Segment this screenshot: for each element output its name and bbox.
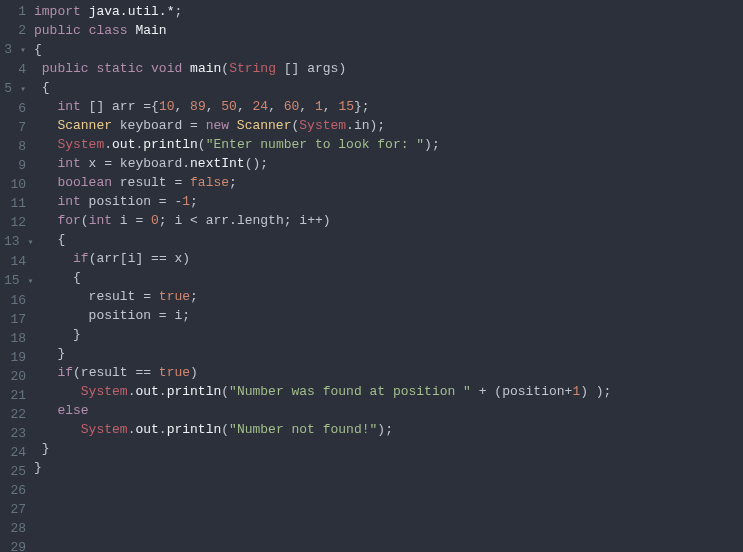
code-line[interactable]: Scanner keyboard = new Scanner(System.in… xyxy=(34,116,743,135)
code-line[interactable]: result = true; xyxy=(34,287,743,306)
line-number: 19 xyxy=(4,348,26,367)
code-line[interactable]: System.out.println("Number was found at … xyxy=(34,382,743,401)
line-number: 6 xyxy=(4,99,26,118)
code-line[interactable]: { xyxy=(34,78,743,97)
method-name: main xyxy=(190,61,221,76)
line-number: 29 xyxy=(4,538,26,552)
line-number: 17 xyxy=(4,310,26,329)
code-line[interactable]: } xyxy=(34,344,743,363)
line-number: 8 xyxy=(4,137,26,156)
code-line[interactable]: { xyxy=(34,230,743,249)
line-number: 21 xyxy=(4,386,26,405)
code-line[interactable]: else xyxy=(34,401,743,420)
code-line[interactable]: System.out.println("Number not found!"); xyxy=(34,420,743,439)
line-number: 10 xyxy=(4,175,26,194)
line-number: 3 ▾ xyxy=(4,40,26,60)
code-line[interactable]: int [] arr ={10, 89, 50, 24, 60, 1, 15}; xyxy=(34,97,743,116)
code-area[interactable]: import java.util.*; public class Main { … xyxy=(34,0,743,552)
type-string: String xyxy=(229,61,276,76)
line-number: 14 xyxy=(4,252,26,271)
keyword-import: import xyxy=(34,4,81,19)
code-line[interactable]: if(result == true) xyxy=(34,363,743,382)
line-number: 16 xyxy=(4,291,26,310)
line-number: 26 xyxy=(4,481,26,500)
keyword-public: public xyxy=(34,23,81,38)
string-literal: "Enter number to look for: " xyxy=(206,137,424,152)
line-number: 23 xyxy=(4,424,26,443)
code-line[interactable]: boolean result = false; xyxy=(34,173,743,192)
line-number-gutter: 123 ▾45 ▾678910111213 ▾1415 ▾16171819202… xyxy=(0,0,34,552)
code-line[interactable]: for(int i = 0; i < arr.length; i++) xyxy=(34,211,743,230)
line-number: 13 ▾ xyxy=(4,232,26,252)
brace-open: { xyxy=(34,42,42,57)
line-number: 4 xyxy=(4,60,26,79)
line-number: 12 xyxy=(4,213,26,232)
code-line[interactable]: public class Main xyxy=(34,21,743,40)
code-line[interactable]: public static void main(String [] args) xyxy=(34,59,743,78)
keyword-class: class xyxy=(89,23,128,38)
code-line[interactable]: int position = -1; xyxy=(34,192,743,211)
code-line[interactable]: } xyxy=(34,439,743,458)
fold-icon[interactable]: ▾ xyxy=(20,276,34,287)
code-line[interactable]: { xyxy=(34,40,743,59)
line-number: 11 xyxy=(4,194,26,213)
line-number: 2 xyxy=(4,21,26,40)
fold-icon[interactable]: ▾ xyxy=(12,84,26,95)
code-line[interactable]: { xyxy=(34,268,743,287)
line-number: 18 xyxy=(4,329,26,348)
line-number: 28 xyxy=(4,519,26,538)
code-line[interactable]: int x = keyboard.nextInt(); xyxy=(34,154,743,173)
code-line[interactable]: System.out.println("Enter number to look… xyxy=(34,135,743,154)
code-line[interactable]: } xyxy=(34,458,743,477)
code-line[interactable]: import java.util.*; xyxy=(34,2,743,21)
code-editor[interactable]: 123 ▾45 ▾678910111213 ▾1415 ▾16171819202… xyxy=(0,0,743,552)
line-number: 25 xyxy=(4,462,26,481)
line-number: 20 xyxy=(4,367,26,386)
line-number: 22 xyxy=(4,405,26,424)
line-number: 15 ▾ xyxy=(4,271,26,291)
type-scanner: Scanner xyxy=(57,118,112,133)
line-number: 1 xyxy=(4,2,26,21)
fold-icon[interactable]: ▾ xyxy=(12,45,26,56)
code-line[interactable]: position = i; xyxy=(34,306,743,325)
class-name: Main xyxy=(135,23,166,38)
code-line[interactable]: if(arr[i] == x) xyxy=(34,249,743,268)
system-ref: System xyxy=(299,118,346,133)
line-number: 5 ▾ xyxy=(4,79,26,99)
package-name: java.util.* xyxy=(89,4,175,19)
line-number: 24 xyxy=(4,443,26,462)
line-number: 7 xyxy=(4,118,26,137)
line-number: 9 xyxy=(4,156,26,175)
code-line[interactable]: } xyxy=(34,325,743,344)
fold-icon[interactable]: ▾ xyxy=(20,237,34,248)
line-number: 27 xyxy=(4,500,26,519)
